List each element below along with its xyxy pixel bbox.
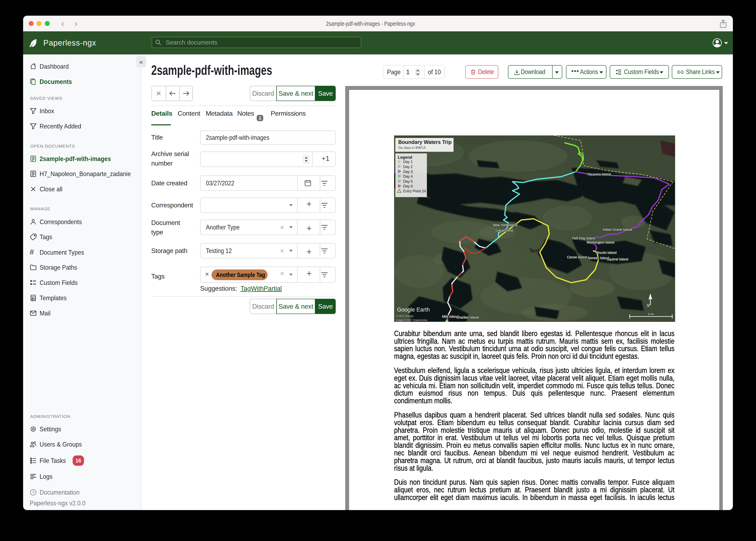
svg-text:Gary Island: Gary Island xyxy=(496,229,513,232)
svg-text:Text: Text xyxy=(529,248,539,254)
svg-text:Day 2: Day 2 xyxy=(403,165,413,169)
svg-text:Washington Island: Washington Island xyxy=(587,241,614,244)
svg-text:Norway Island: Norway Island xyxy=(588,256,609,260)
svg-text:Hausons Island: Hausons Island xyxy=(588,172,611,176)
svg-text:Boundary Waters Trip: Boundary Waters Trip xyxy=(398,139,452,145)
svg-text:Google Earth: Google Earth xyxy=(397,306,430,313)
svg-text:3 mi: 3 mi xyxy=(648,312,654,316)
svg-text:Day 3: Day 3 xyxy=(403,170,413,174)
svg-text:Day 6: Day 6 xyxy=(403,184,413,188)
svg-text:Day 5: Day 5 xyxy=(403,179,413,184)
svg-text:Half Dog Island: Half Dog Island xyxy=(572,236,595,240)
svg-text:New York Island: New York Island xyxy=(493,223,517,227)
svg-text:Mile Island: Mile Island xyxy=(442,314,458,318)
svg-text:Lincoln Island: Lincoln Island xyxy=(596,251,617,255)
svg-text:Charlies Island: Charlies Island xyxy=(456,315,479,319)
svg-text:Day 1: Day 1 xyxy=(403,160,413,164)
svg-text:Six days in BWCA: Six days in BWCA xyxy=(398,146,426,150)
svg-text:© 2017 Google: © 2017 Google xyxy=(396,314,414,317)
svg-text:Squirrel Island: Squirrel Island xyxy=(607,257,628,261)
svg-text:Image © 2017 DigitalGlobe: Image © 2017 DigitalGlobe xyxy=(396,319,427,321)
svg-text:Canoe Island: Canoe Island xyxy=(567,255,587,259)
svg-text:?: ? xyxy=(32,490,34,495)
svg-text:Indian Grave Island: Indian Grave Island xyxy=(603,228,632,231)
svg-text:Day 4: Day 4 xyxy=(403,175,413,179)
svg-text:Entry Point 24: Entry Point 24 xyxy=(403,189,426,193)
svg-text:Legend: Legend xyxy=(398,155,412,160)
svg-text:N: N xyxy=(646,303,650,308)
